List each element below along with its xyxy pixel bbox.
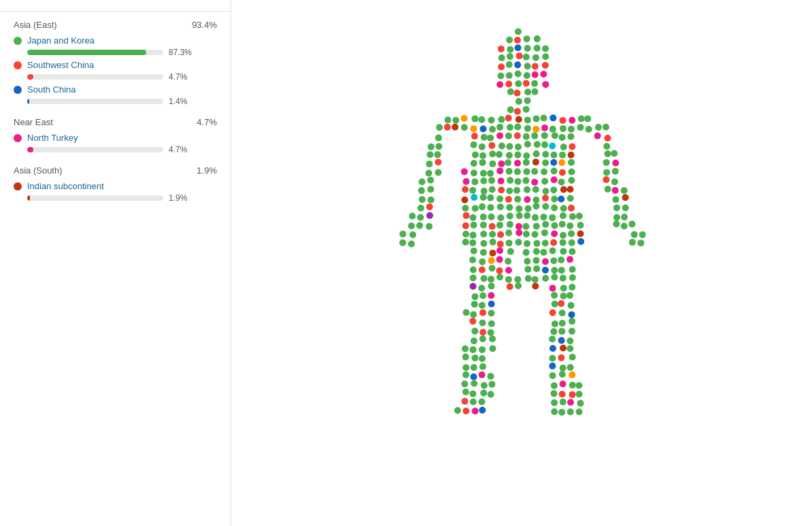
region-label: Asia (South)1.9%	[14, 165, 217, 176]
bar-track	[27, 74, 163, 80]
region-group: Near East4.7%North Turkey4.7%	[14, 117, 217, 154]
sub-item-name[interactable]: North Turkey	[27, 133, 217, 143]
body-figure	[379, 15, 664, 512]
color-dot	[14, 134, 22, 142]
left-panel: Asia (East)93.4%Japan and Korea87.3%Sout…	[0, 0, 231, 526]
region-group: Asia (South)1.9%Indian subcontinent1.9%	[14, 165, 217, 203]
bar-track	[27, 99, 163, 104]
right-panel	[231, 0, 812, 526]
panel-header	[0, 0, 231, 12]
color-dot	[14, 61, 22, 69]
sub-item-name[interactable]: Indian subcontinent	[27, 181, 217, 191]
bar-fill	[27, 50, 146, 55]
bar-pct-label: 1.4%	[169, 97, 193, 106]
bar-fill	[27, 195, 30, 201]
color-dot	[14, 86, 22, 94]
sub-item-name[interactable]: Japan and Korea	[27, 35, 217, 46]
sub-item-name[interactable]: South China	[27, 84, 217, 95]
bar-track	[27, 195, 163, 201]
sub-item: North Turkey4.7%	[14, 133, 217, 154]
sub-item-name[interactable]: Southwest China	[27, 60, 217, 70]
sub-item: Indian subcontinent1.9%	[14, 181, 217, 203]
bar-track	[27, 147, 163, 152]
panel-content: Asia (East)93.4%Japan and Korea87.3%Sout…	[0, 12, 231, 222]
bar-pct-label: 4.7%	[169, 72, 193, 82]
bar-fill	[27, 99, 29, 104]
bar-fill	[27, 74, 33, 80]
region-label: Asia (East)93.4%	[14, 20, 217, 30]
sub-item: Japan and Korea87.3%	[14, 35, 217, 57]
region-group: Asia (East)93.4%Japan and Korea87.3%Sout…	[14, 20, 217, 106]
sub-item: South China1.4%	[14, 84, 217, 106]
figure-container	[379, 15, 664, 512]
color-dot	[14, 37, 22, 45]
bar-track	[27, 50, 163, 55]
color-dot	[14, 182, 22, 191]
bar-pct-label: 4.7%	[169, 145, 193, 154]
bar-pct-label: 1.9%	[169, 193, 193, 203]
bar-pct-label: 87.3%	[169, 48, 193, 57]
bar-fill	[27, 147, 33, 152]
sub-item: Southwest China4.7%	[14, 60, 217, 82]
region-label: Near East4.7%	[14, 117, 217, 127]
